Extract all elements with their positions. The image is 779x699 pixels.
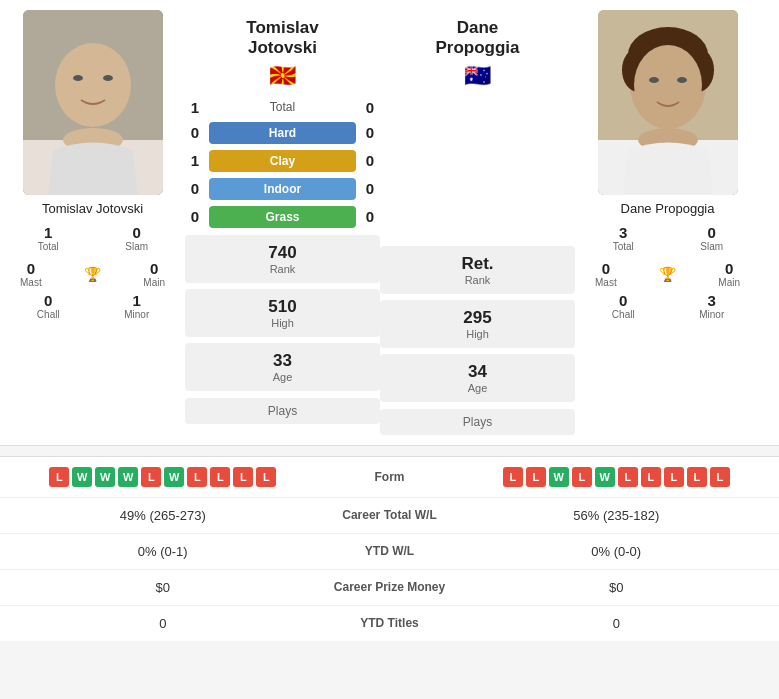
- left-titles: 0: [16, 616, 310, 631]
- right-minor-value: 3: [708, 292, 716, 309]
- left-career-wl: 49% (265-273): [16, 508, 310, 523]
- left-chall-cell: 0 Chall: [10, 292, 87, 320]
- prize-row: $0 Career Prize Money $0: [0, 570, 779, 606]
- right-grass-score: 0: [360, 208, 380, 225]
- right-high-label: High: [392, 328, 563, 340]
- right-rank-box: Ret. Rank: [380, 246, 575, 294]
- ytd-wl-row: 0% (0-1) YTD W/L 0% (0-0): [0, 534, 779, 570]
- right-mast-label: Mast: [595, 277, 617, 288]
- titles-label: YTD Titles: [310, 616, 470, 630]
- left-stats-grid: 1 Total 0 Slam 0 Mast 🏆 0 Main 0: [0, 224, 185, 320]
- form-badge-l: L: [687, 467, 707, 487]
- left-ytd-wl: 0% (0-1): [16, 544, 310, 559]
- right-age-box: 34 Age: [380, 354, 575, 402]
- left-main-value: 0: [150, 260, 158, 277]
- form-badge-w: W: [72, 467, 92, 487]
- left-player-card: Tomislav Jotovski 1 Total 0 Slam 0 Mast …: [0, 10, 185, 435]
- left-total-value: 1: [44, 224, 52, 241]
- svg-point-13: [677, 77, 687, 83]
- right-main-value: 0: [725, 260, 733, 277]
- right-stats-grid: 3 Total 0 Slam 0 Mast 🏆 0 Main 0: [575, 224, 760, 320]
- center-column: Tomislav Jotovski 🇲🇰 1 Total 0 0 Hard 0 …: [185, 10, 380, 435]
- form-badge-l: L: [187, 467, 207, 487]
- right-form-badges: LLWLWLLLLL: [470, 467, 764, 487]
- right-mast-value: 0: [602, 260, 610, 277]
- right-trophy-icon: 🏆: [659, 266, 676, 282]
- right-hard-score: 0: [360, 124, 380, 141]
- surfaces-container: 0 Hard 0 1 Clay 0 0 Indoor 0 0 Grass 0: [185, 120, 380, 232]
- right-center-column: Dane Propoggia 🇦🇺 Ret. Rank 295 High 34 …: [380, 10, 575, 435]
- right-player-card: Dane Propoggia 3 Total 0 Slam 0 Mast 🏆 0…: [575, 10, 760, 435]
- left-player-name-below: Tomislav Jotovski: [42, 201, 143, 216]
- left-clay-score: 1: [185, 152, 205, 169]
- left-form-badges: LWWWLWLLLL: [16, 467, 310, 487]
- left-high-value: 510: [197, 297, 368, 317]
- left-grass-score: 0: [185, 208, 205, 225]
- left-minor-label: Minor: [124, 309, 149, 320]
- prize-label: Career Prize Money: [310, 580, 470, 594]
- left-chall-value: 0: [44, 292, 52, 309]
- left-plays-box: Plays: [185, 398, 380, 424]
- left-hard-score: 0: [185, 124, 205, 141]
- indoor-button: Indoor: [209, 178, 356, 200]
- svg-point-11: [634, 45, 702, 125]
- svg-point-1: [55, 43, 131, 127]
- left-total-score: 1: [185, 99, 205, 116]
- left-rank-box: 740 Rank: [185, 235, 380, 283]
- left-rank-label: Rank: [197, 263, 368, 275]
- right-chall-cell: 0 Chall: [585, 292, 662, 320]
- left-plays-label: Plays: [197, 404, 368, 418]
- left-high-label: High: [197, 317, 368, 329]
- bottom-stats-section: LWWWLWLLLL Form LLWLWLLLLL 49% (265-273)…: [0, 456, 779, 641]
- form-row: LWWWLWLLLL Form LLWLWLLLLL: [0, 457, 779, 498]
- right-high-value: 295: [392, 308, 563, 328]
- right-player-name-below: Dane Propoggia: [621, 201, 715, 216]
- total-score-row: 1 Total 0: [185, 97, 380, 118]
- right-player-name-top: Dane Propoggia: [380, 18, 575, 59]
- left-total-cell: 1 Total: [10, 224, 87, 252]
- left-high-box: 510 High: [185, 289, 380, 337]
- career-wl-label: Career Total W/L: [310, 508, 470, 522]
- left-player-name-top: Tomislav Jotovski: [185, 18, 380, 59]
- svg-point-3: [103, 75, 113, 81]
- right-slam-label: Slam: [700, 241, 723, 252]
- form-badge-l: L: [49, 467, 69, 487]
- form-badge-l: L: [256, 467, 276, 487]
- right-indoor-score: 0: [360, 180, 380, 197]
- left-rank-value: 740: [197, 243, 368, 263]
- left-player-photo: [23, 10, 163, 195]
- left-minor-value: 1: [133, 292, 141, 309]
- form-badge-l: L: [526, 467, 546, 487]
- form-badge-l: L: [710, 467, 730, 487]
- right-high-box: 295 High: [380, 300, 575, 348]
- left-indoor-score: 0: [185, 180, 205, 197]
- grass-button: Grass: [209, 206, 356, 228]
- form-badge-l: L: [572, 467, 592, 487]
- right-age-value: 34: [392, 362, 563, 382]
- hard-button: Hard: [209, 122, 356, 144]
- svg-point-12: [649, 77, 659, 83]
- left-age-box: 33 Age: [185, 343, 380, 391]
- right-total-label: Total: [613, 241, 634, 252]
- clay-button: Clay: [209, 150, 356, 172]
- right-slam-cell: 0 Slam: [674, 224, 751, 252]
- left-trophy-icon: 🏆: [84, 266, 101, 282]
- form-label: Form: [310, 470, 470, 484]
- form-badge-w: W: [164, 467, 184, 487]
- left-chall-label: Chall: [37, 309, 60, 320]
- left-flag: 🇲🇰: [185, 63, 380, 89]
- left-mast-value: 0: [27, 260, 35, 277]
- left-slam-cell: 0 Slam: [99, 224, 176, 252]
- svg-point-2: [73, 75, 83, 81]
- surface-row-hard: 0 Hard 0: [185, 120, 380, 146]
- right-prize: $0: [470, 580, 764, 595]
- right-player-photo: [598, 10, 738, 195]
- right-plays-label: Plays: [392, 415, 563, 429]
- form-badge-l: L: [233, 467, 253, 487]
- right-minor-cell: 3 Minor: [674, 292, 751, 320]
- form-badge-l: L: [664, 467, 684, 487]
- form-badge-w: W: [95, 467, 115, 487]
- ytd-wl-label: YTD W/L: [310, 544, 470, 558]
- form-badge-l: L: [641, 467, 661, 487]
- right-total-value: 3: [619, 224, 627, 241]
